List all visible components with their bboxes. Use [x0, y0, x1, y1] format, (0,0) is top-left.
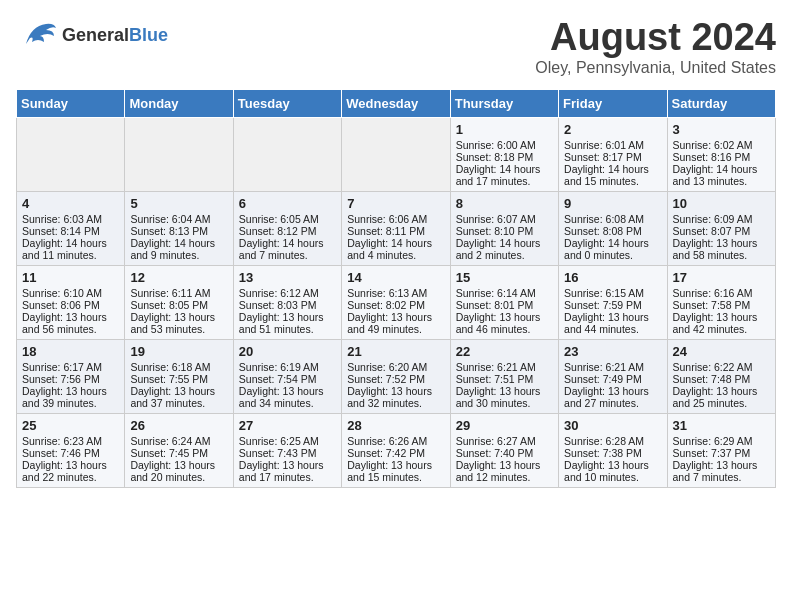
cell-info-line: Sunrise: 6:20 AM	[347, 361, 444, 373]
calendar-cell: 8Sunrise: 6:07 AMSunset: 8:10 PMDaylight…	[450, 192, 558, 266]
calendar-cell: 27Sunrise: 6:25 AMSunset: 7:43 PMDayligh…	[233, 414, 341, 488]
cell-info-line: Sunrise: 6:04 AM	[130, 213, 227, 225]
calendar-cell: 25Sunrise: 6:23 AMSunset: 7:46 PMDayligh…	[17, 414, 125, 488]
calendar-cell: 24Sunrise: 6:22 AMSunset: 7:48 PMDayligh…	[667, 340, 775, 414]
day-number: 5	[130, 196, 227, 211]
cell-info-line: Sunset: 8:11 PM	[347, 225, 444, 237]
cell-info-line: Sunset: 8:03 PM	[239, 299, 336, 311]
cell-info-line: and 10 minutes.	[564, 471, 661, 483]
calendar-cell	[125, 118, 233, 192]
cell-info-line: Sunrise: 6:14 AM	[456, 287, 553, 299]
calendar-cell: 19Sunrise: 6:18 AMSunset: 7:55 PMDayligh…	[125, 340, 233, 414]
cell-info-line: Sunrise: 6:25 AM	[239, 435, 336, 447]
cell-info-line: Sunset: 7:46 PM	[22, 447, 119, 459]
cell-info-line: Sunrise: 6:29 AM	[673, 435, 770, 447]
cell-info-line: Sunset: 8:13 PM	[130, 225, 227, 237]
cell-info-line: Daylight: 13 hours	[22, 311, 119, 323]
cell-info-line: Daylight: 14 hours	[456, 163, 553, 175]
page-header: GeneralBlue August 2024 Oley, Pennsylvan…	[16, 16, 776, 77]
cell-info-line: and 34 minutes.	[239, 397, 336, 409]
calendar-cell: 14Sunrise: 6:13 AMSunset: 8:02 PMDayligh…	[342, 266, 450, 340]
cell-info-line: Sunrise: 6:21 AM	[456, 361, 553, 373]
calendar-cell: 11Sunrise: 6:10 AMSunset: 8:06 PMDayligh…	[17, 266, 125, 340]
day-number: 8	[456, 196, 553, 211]
calendar-cell: 12Sunrise: 6:11 AMSunset: 8:05 PMDayligh…	[125, 266, 233, 340]
cell-info-line: Sunrise: 6:01 AM	[564, 139, 661, 151]
cell-info-line: Daylight: 14 hours	[673, 163, 770, 175]
cell-info-line: and 11 minutes.	[22, 249, 119, 261]
cell-info-line: Daylight: 14 hours	[22, 237, 119, 249]
location: Oley, Pennsylvania, United States	[535, 59, 776, 77]
day-header-sunday: Sunday	[17, 90, 125, 118]
cell-info-line: Sunset: 8:10 PM	[456, 225, 553, 237]
cell-info-line: Sunset: 7:58 PM	[673, 299, 770, 311]
calendar-cell: 13Sunrise: 6:12 AMSunset: 8:03 PMDayligh…	[233, 266, 341, 340]
cell-info-line: and 27 minutes.	[564, 397, 661, 409]
cell-info-line: Sunset: 7:52 PM	[347, 373, 444, 385]
cell-info-line: and 20 minutes.	[130, 471, 227, 483]
cell-info-line: Sunset: 8:17 PM	[564, 151, 661, 163]
day-header-monday: Monday	[125, 90, 233, 118]
cell-info-line: and 2 minutes.	[456, 249, 553, 261]
calendar-cell: 1Sunrise: 6:00 AMSunset: 8:18 PMDaylight…	[450, 118, 558, 192]
cell-info-line: and 22 minutes.	[22, 471, 119, 483]
days-header-row: SundayMondayTuesdayWednesdayThursdayFrid…	[17, 90, 776, 118]
cell-info-line: Sunrise: 6:06 AM	[347, 213, 444, 225]
cell-info-line: Sunrise: 6:16 AM	[673, 287, 770, 299]
cell-info-line: Daylight: 14 hours	[564, 163, 661, 175]
cell-info-line: Sunset: 8:05 PM	[130, 299, 227, 311]
cell-info-line: Sunset: 8:12 PM	[239, 225, 336, 237]
cell-info-line: Sunset: 8:02 PM	[347, 299, 444, 311]
week-row-1: 1Sunrise: 6:00 AMSunset: 8:18 PMDaylight…	[17, 118, 776, 192]
day-number: 16	[564, 270, 661, 285]
day-number: 22	[456, 344, 553, 359]
cell-info-line: Daylight: 14 hours	[347, 237, 444, 249]
cell-info-line: Sunset: 8:18 PM	[456, 151, 553, 163]
calendar-cell: 28Sunrise: 6:26 AMSunset: 7:42 PMDayligh…	[342, 414, 450, 488]
cell-info-line: Sunrise: 6:11 AM	[130, 287, 227, 299]
cell-info-line: and 12 minutes.	[456, 471, 553, 483]
cell-info-line: and 51 minutes.	[239, 323, 336, 335]
cell-info-line: and 53 minutes.	[130, 323, 227, 335]
cell-info-line: and 56 minutes.	[22, 323, 119, 335]
cell-info-line: Daylight: 13 hours	[130, 311, 227, 323]
calendar-cell: 29Sunrise: 6:27 AMSunset: 7:40 PMDayligh…	[450, 414, 558, 488]
day-header-thursday: Thursday	[450, 90, 558, 118]
cell-info-line: Sunrise: 6:05 AM	[239, 213, 336, 225]
cell-info-line: and 17 minutes.	[456, 175, 553, 187]
cell-info-line: Sunrise: 6:19 AM	[239, 361, 336, 373]
day-number: 1	[456, 122, 553, 137]
cell-info-line: Daylight: 13 hours	[130, 385, 227, 397]
cell-info-line: and 15 minutes.	[564, 175, 661, 187]
cell-info-line: Daylight: 13 hours	[347, 459, 444, 471]
calendar-cell: 17Sunrise: 6:16 AMSunset: 7:58 PMDayligh…	[667, 266, 775, 340]
day-number: 4	[22, 196, 119, 211]
day-number: 10	[673, 196, 770, 211]
day-number: 14	[347, 270, 444, 285]
cell-info-line: Sunset: 7:40 PM	[456, 447, 553, 459]
cell-info-line: Sunset: 7:48 PM	[673, 373, 770, 385]
week-row-4: 18Sunrise: 6:17 AMSunset: 7:56 PMDayligh…	[17, 340, 776, 414]
logo: GeneralBlue	[16, 16, 168, 54]
cell-info-line: Daylight: 13 hours	[564, 311, 661, 323]
cell-info-line: Sunset: 7:56 PM	[22, 373, 119, 385]
cell-info-line: and 58 minutes.	[673, 249, 770, 261]
cell-info-line: Sunrise: 6:07 AM	[456, 213, 553, 225]
week-row-3: 11Sunrise: 6:10 AMSunset: 8:06 PMDayligh…	[17, 266, 776, 340]
day-number: 18	[22, 344, 119, 359]
cell-info-line: Daylight: 13 hours	[22, 459, 119, 471]
day-header-saturday: Saturday	[667, 90, 775, 118]
day-number: 7	[347, 196, 444, 211]
cell-info-line: Sunrise: 6:15 AM	[564, 287, 661, 299]
cell-info-line: and 42 minutes.	[673, 323, 770, 335]
cell-info-line: Daylight: 13 hours	[239, 311, 336, 323]
cell-info-line: Sunset: 8:08 PM	[564, 225, 661, 237]
logo-text: GeneralBlue	[62, 25, 168, 46]
calendar-cell: 9Sunrise: 6:08 AMSunset: 8:08 PMDaylight…	[559, 192, 667, 266]
cell-info-line: Sunrise: 6:17 AM	[22, 361, 119, 373]
day-number: 11	[22, 270, 119, 285]
calendar-cell: 23Sunrise: 6:21 AMSunset: 7:49 PMDayligh…	[559, 340, 667, 414]
calendar-cell: 5Sunrise: 6:04 AMSunset: 8:13 PMDaylight…	[125, 192, 233, 266]
day-header-tuesday: Tuesday	[233, 90, 341, 118]
day-number: 23	[564, 344, 661, 359]
